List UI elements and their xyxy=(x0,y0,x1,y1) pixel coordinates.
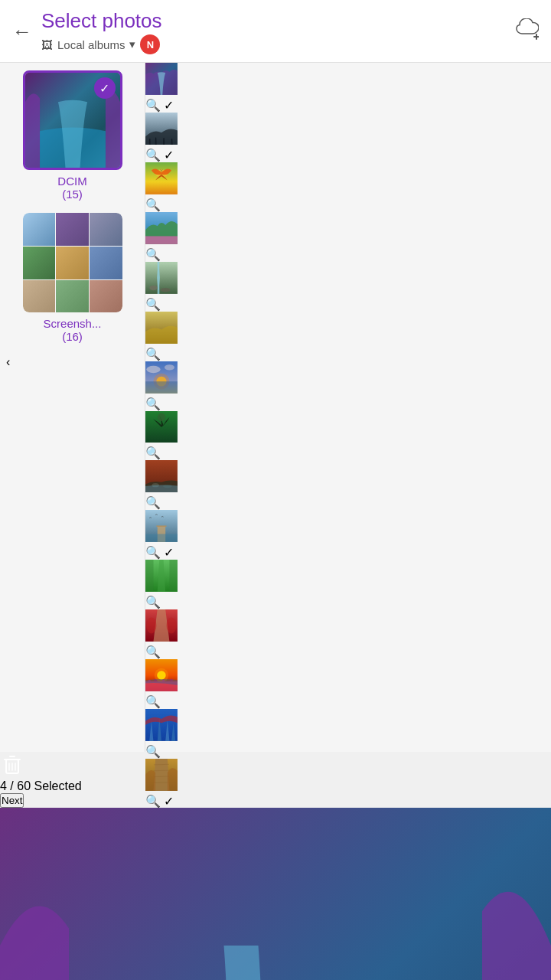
delete-button[interactable] xyxy=(0,752,551,779)
svg-rect-5 xyxy=(145,162,178,194)
screenshots-thumbnail: ✓ xyxy=(23,213,122,312)
svg-line-48 xyxy=(154,776,169,777)
check-2: ✓ xyxy=(164,149,174,162)
svg-point-12 xyxy=(149,286,157,290)
svg-point-20 xyxy=(165,364,174,370)
photo-cell-10[interactable]: 🔍 ✓ xyxy=(145,510,178,560)
header-left: ← Select photos 🖼 Local albums ▾ N xyxy=(12,9,162,54)
header-title-block: Select photos 🖼 Local albums ▾ N xyxy=(41,9,162,54)
sidebar-collapse-arrow[interactable]: ‹ xyxy=(6,355,139,369)
dcim-label: DCIM (15) xyxy=(57,175,86,201)
app-header: ← Select photos 🖼 Local albums ▾ N xyxy=(0,0,551,63)
zoom-icon-2[interactable]: 🔍 xyxy=(145,149,161,162)
notification-badge: N xyxy=(140,34,160,54)
svg-point-19 xyxy=(146,365,160,372)
svg-point-13 xyxy=(161,288,171,292)
selection-count: 4 / 60 Selected xyxy=(0,779,551,793)
strip-item-1[interactable]: ✕ xyxy=(0,808,551,980)
header-subtitle[interactable]: 🖼 Local albums ▾ N xyxy=(41,34,162,54)
svg-point-22 xyxy=(158,413,165,420)
svg-rect-56 xyxy=(0,808,551,980)
ss-cell-8 xyxy=(56,280,89,313)
svg-line-47 xyxy=(154,770,169,771)
svg-rect-18 xyxy=(145,381,178,394)
zoom-icon-5[interactable]: 🔍 xyxy=(145,298,161,311)
photo-cell-6[interactable]: 🔍 xyxy=(145,312,178,361)
album-icon: 🖼 xyxy=(41,38,53,51)
svg-rect-29 xyxy=(145,534,178,542)
next-button[interactable]: Next xyxy=(0,793,24,808)
screenshots-grid xyxy=(23,213,122,312)
ss-cell-4 xyxy=(23,247,56,279)
photo-cell-13[interactable]: 🔍 xyxy=(145,659,178,709)
ss-cell-1 xyxy=(23,213,56,246)
photo-cell-15[interactable]: 🔍 ✓ xyxy=(145,759,178,808)
svg-point-34 xyxy=(146,618,156,634)
sidebar: ✓ DCIM (15) ✓ xyxy=(0,63,145,752)
subtitle-label: Local albums xyxy=(57,38,125,51)
dcim-thumbnail: ✓ xyxy=(23,70,122,170)
photo-cell-9[interactable]: 🔍 xyxy=(145,460,178,510)
zoom-icon-12[interactable]: 🔍 xyxy=(145,645,161,658)
zoom-icon-4[interactable]: 🔍 xyxy=(145,248,161,261)
photo-cell-14[interactable]: 🔍 xyxy=(145,709,178,759)
selected-strip: ✕ ✕ xyxy=(0,808,551,980)
chevron-down-icon: ▾ xyxy=(129,38,135,51)
bottom-controls: 4 / 60 Selected Next xyxy=(0,752,551,808)
photo-cell-5[interactable]: 🔍 xyxy=(145,262,178,312)
photo-cell-4[interactable]: 🔍 xyxy=(145,212,178,262)
check-1: ✓ xyxy=(164,99,174,112)
photo-cell-8[interactable]: 🔍 xyxy=(145,411,178,461)
zoom-icon-10[interactable]: 🔍 xyxy=(145,546,161,559)
ss-cell-5 xyxy=(56,247,89,279)
svg-rect-31 xyxy=(145,560,153,592)
ss-cell-3 xyxy=(90,213,122,246)
zoom-icon-6[interactable]: 🔍 xyxy=(145,348,161,361)
svg-line-46 xyxy=(154,764,169,765)
photo-cell-1[interactable]: 🔍 ✓ xyxy=(145,63,178,113)
svg-rect-28 xyxy=(156,526,166,528)
svg-rect-10 xyxy=(145,236,178,243)
zoom-icon-9[interactable]: 🔍 xyxy=(145,496,161,509)
check-10: ✓ xyxy=(164,546,174,559)
svg-point-35 xyxy=(167,618,177,634)
count-number: 4 xyxy=(0,779,7,792)
count-label: / 60 Selected xyxy=(10,779,81,792)
photo-cell-3[interactable]: 🔍 xyxy=(145,162,178,212)
zoom-icon-14[interactable]: 🔍 xyxy=(145,745,161,758)
ss-cell-7 xyxy=(23,280,56,313)
page-title: Select photos xyxy=(41,9,162,33)
zoom-icon-13[interactable]: 🔍 xyxy=(145,695,161,708)
zoom-icon-11[interactable]: 🔍 xyxy=(145,596,161,609)
sidebar-item-dcim[interactable]: ✓ DCIM (15) xyxy=(6,70,139,201)
ss-cell-9 xyxy=(90,280,122,313)
photo-grid: 🔍 ✓ 🔍 ✓ xyxy=(145,63,178,752)
photo-cell-12[interactable]: 🔍 xyxy=(145,609,178,659)
zoom-icon-15[interactable]: 🔍 xyxy=(145,795,161,808)
back-button[interactable]: ← xyxy=(12,20,32,44)
screenshots-label: Screensh... (16) xyxy=(44,317,102,343)
ss-cell-2 xyxy=(56,213,89,246)
svg-line-49 xyxy=(153,782,168,783)
dcim-selected-check: ✓ xyxy=(94,77,116,99)
photo-cell-2[interactable]: 🔍 ✓ xyxy=(145,113,178,162)
zoom-icon-3[interactable]: 🔍 xyxy=(145,198,161,211)
check-15: ✓ xyxy=(164,795,174,808)
photo-cell-7[interactable]: 🔍 xyxy=(145,361,178,411)
cloud-upload-button[interactable] xyxy=(511,18,539,45)
zoom-icon-8[interactable]: 🔍 xyxy=(145,446,161,459)
bottom-bar: 4 / 60 Selected Next ✕ xyxy=(0,752,551,980)
zoom-icon-7[interactable]: 🔍 xyxy=(145,397,161,410)
svg-rect-32 xyxy=(169,560,177,592)
main-content: ✓ DCIM (15) ✓ xyxy=(0,63,551,752)
sidebar-item-screenshots[interactable]: ✓ Screensh... (16) xyxy=(6,213,139,343)
zoom-icon-1[interactable]: 🔍 xyxy=(145,99,161,112)
ss-cell-6 xyxy=(90,247,122,279)
photo-cell-11[interactable]: 🔍 xyxy=(145,560,178,609)
